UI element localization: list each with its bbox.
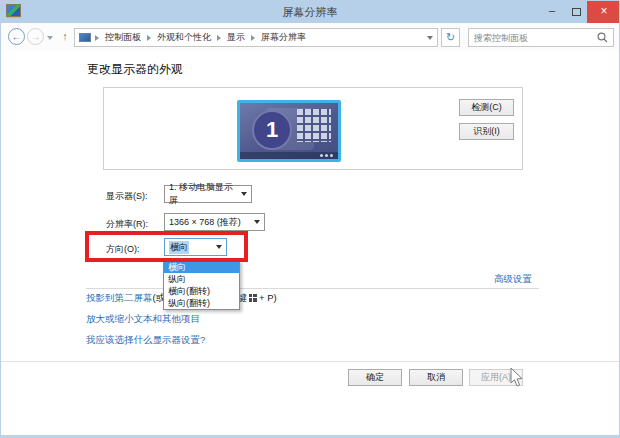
breadcrumb-display[interactable]: 显示 (225, 31, 247, 44)
breadcrumb-separator-icon (251, 35, 255, 41)
mouse-cursor-icon (510, 368, 524, 388)
history-dropdown-icon[interactable] (47, 36, 53, 40)
resize-text-link[interactable]: 放大或缩小文本和其他项目 (86, 313, 200, 326)
separator-line (86, 288, 539, 289)
separator-line (1, 361, 620, 362)
address-bar[interactable]: 控制面板 外观和个性化 显示 屏幕分辨率 (74, 28, 438, 47)
resolution-select-value: 1366 × 768 (推荐) (169, 216, 241, 229)
forward-icon: → (31, 31, 41, 42)
display-help-link[interactable]: 我应该选择什么显示器设置? (86, 334, 205, 347)
up-icon: ↑ (62, 30, 68, 42)
monitor-preview[interactable]: 1 (237, 100, 341, 162)
breadcrumb-separator-icon (217, 35, 221, 41)
page-title: 更改显示器的外观 (87, 61, 183, 78)
search-box (468, 28, 614, 47)
project-shortcut-text-post: + P) (259, 292, 277, 303)
forward-button[interactable]: → (27, 28, 44, 45)
monitor-number-badge: 1 (252, 110, 292, 150)
back-button[interactable]: ← (8, 28, 25, 45)
dropdown-option-landscape[interactable]: 横向 (164, 261, 239, 273)
chevron-down-icon (241, 192, 247, 196)
back-icon: ← (12, 31, 22, 42)
monitor-taskbar-dots-icon (330, 154, 333, 157)
orientation-dropdown-list: 横向 纵向 横向(翻转) 纵向(翻转) (163, 260, 240, 310)
project-second-screen-link[interactable]: 投影到第二屏幕 (86, 292, 153, 303)
display-location-icon (79, 33, 91, 42)
minimize-icon: – (549, 4, 555, 16)
identify-button[interactable]: 识别(I) (459, 123, 514, 140)
cancel-button[interactable]: 取消 (409, 369, 463, 386)
monitor-tile-grid-icon (297, 109, 331, 142)
breadcrumb-control-panel[interactable]: 控制面板 (103, 31, 143, 44)
display-select-value: 1. 移动电脑显示屏 (169, 181, 241, 207)
address-dropdown-icon[interactable] (427, 36, 433, 40)
search-input[interactable] (469, 33, 597, 43)
close-button[interactable]: × (587, 1, 620, 23)
breadcrumb-screen-resolution[interactable]: 屏幕分辨率 (259, 31, 308, 44)
dropdown-option-landscape-flipped[interactable]: 横向(翻转) (164, 285, 239, 297)
resolution-select[interactable]: 1366 × 768 (推荐) (164, 213, 265, 231)
maximize-button[interactable] (566, 1, 586, 23)
up-button[interactable]: ↑ (57, 28, 73, 45)
breadcrumb-appearance[interactable]: 外观和个性化 (155, 31, 213, 44)
resolution-label: 分辨率(R): (106, 218, 148, 231)
dropdown-option-portrait[interactable]: 纵向 (164, 273, 239, 285)
refresh-button[interactable]: ↻ (441, 28, 460, 47)
screen-resolution-window: 屏幕分辨率 – × ← → ↑ 控制面板 外观和个性化 显示 屏幕分辨率 ↻ (0, 0, 620, 438)
detect-button[interactable]: 检测(C) (459, 99, 514, 116)
display-label: 显示器(S): (106, 190, 148, 203)
navigation-bar: ← → ↑ 控制面板 外观和个性化 显示 屏幕分辨率 ↻ (1, 23, 619, 51)
windows-logo-icon (249, 294, 257, 302)
red-annotation-box (85, 231, 248, 262)
window-title: 屏幕分辨率 (1, 1, 619, 23)
chevron-down-icon (254, 220, 260, 224)
display-select[interactable]: 1. 移动电脑显示屏 (164, 185, 252, 203)
refresh-icon: ↻ (446, 31, 455, 43)
search-icon (597, 32, 608, 43)
dropdown-option-portrait-flipped[interactable]: 纵向(翻转) (164, 297, 239, 309)
close-icon: × (600, 4, 607, 18)
minimize-button[interactable]: – (542, 1, 562, 23)
titlebar: 屏幕分辨率 – × (1, 1, 619, 23)
breadcrumb-separator-icon (95, 35, 99, 41)
advanced-settings-link[interactable]: 高级设置 (494, 273, 532, 286)
monitor-taskbar (240, 152, 338, 159)
breadcrumb-separator-icon (147, 35, 151, 41)
maximize-icon (572, 8, 581, 16)
ok-button[interactable]: 确定 (348, 369, 402, 386)
